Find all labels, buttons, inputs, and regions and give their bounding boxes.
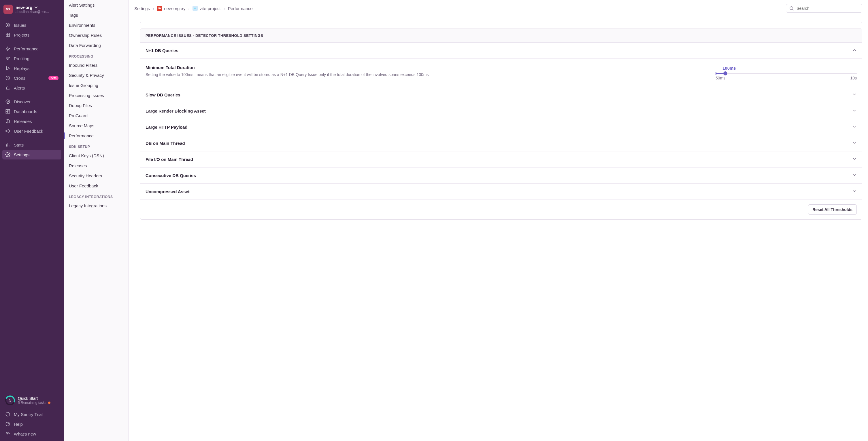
nav-alerts[interactable]: Alerts [2,83,61,93]
nav-releases[interactable]: Releases [2,116,61,126]
ss-data-forwarding[interactable]: Data Forwarding [64,40,128,50]
ss-environments[interactable]: Environments [64,20,128,30]
ss-processing-issues[interactable]: Processing Issues [64,90,128,100]
nav-label: Performance [14,46,39,51]
quick-start[interactable]: 5 Quick Start 5 Remaining tasks [2,394,61,409]
ss-debug-files[interactable]: Debug Files [64,100,128,110]
secondary-sidebar: Alert Settings Tags Environments Ownersh… [64,0,128,441]
ss-tags[interactable]: Tags [64,10,128,20]
nav-user-feedback[interactable]: User Feedback [2,126,61,136]
ss-releases[interactable]: Releases [64,161,128,171]
nav-settings[interactable]: Settings [2,150,61,160]
siren-icon [5,85,10,90]
detector-title: Uncompressed Asset [146,189,190,194]
nav-crons[interactable]: Crons beta [2,73,61,83]
nav-replays[interactable]: Replays [2,63,61,73]
detector-row-n1-db-queries[interactable]: N+1 DB Queries [141,43,862,59]
projects-icon [5,32,10,37]
ss-security-privacy[interactable]: Security & Privacy [64,70,128,80]
nav-label: Crons [14,76,25,80]
nav-label: Settings [14,152,29,157]
svg-rect-6 [6,57,9,58]
detector-row-consecutive-db-queries[interactable]: Consecutive DB Queries [141,168,862,184]
chevron-down-icon [852,108,857,114]
ss-proguard[interactable]: ProGuard [64,110,128,121]
svg-marker-12 [7,101,9,102]
megaphone-icon [5,128,10,134]
ss-legacy-integrations[interactable]: Legacy Integrations [64,201,128,211]
search-input[interactable] [797,6,859,11]
nav-discover[interactable]: Discover [2,97,61,106]
breadcrumb-settings[interactable]: Settings [134,6,150,11]
dashboard-icon [5,109,10,114]
detector-row-uncompressed-asset[interactable]: Uncompressed Asset [141,184,862,200]
detector-title: Consecutive DB Queries [146,173,196,178]
chevron-down-icon [852,124,857,130]
reset-all-thresholds-button[interactable]: Reset All Thresholds [808,204,857,215]
svg-rect-4 [8,35,9,37]
nav-issues[interactable]: Issues [2,20,61,30]
ss-ownership-rules[interactable]: Ownership Rules [64,30,128,40]
breadcrumb-project[interactable]: ⚛ vite-project [192,6,220,11]
nav-label: Stats [14,142,24,147]
svg-rect-14 [8,109,10,111]
detector-title: Large HTTP Payload [146,125,188,130]
org-avatar: NX [3,5,13,14]
breadcrumb-org[interactable]: NX new-org-xy [157,6,185,11]
nav-help[interactable]: Help [2,419,61,429]
nav-profiling[interactable]: Profiling [2,54,61,63]
nav-whats-new[interactable]: What's new [2,429,61,439]
slider-thumb[interactable] [723,71,727,75]
nav-performance[interactable]: Performance [2,44,61,54]
quick-start-subtitle: 5 Remaining tasks [18,401,51,405]
detector-row-file-io-on-main-thread[interactable]: File I/O on Main Thread [141,151,862,168]
detector-row-large-http-payload[interactable]: Large HTTP Payload [141,119,862,135]
play-icon [5,66,10,71]
search-icon [789,6,794,11]
nav-dashboards[interactable]: Dashboards [2,106,61,116]
duration-slider[interactable] [716,73,857,74]
nav-label: Releases [14,119,32,124]
ss-issue-grouping[interactable]: Issue Grouping [64,80,128,90]
topbar: Settings › NX new-org-xy › ⚛ vite-projec… [128,0,868,17]
nav-label: Help [14,422,23,427]
detector-row-db-on-main-thread[interactable]: DB on Main Thread [141,135,862,151]
nav-label: User Feedback [14,129,43,134]
primary-sidebar: NX new-org abdullah.khan@sen... Issues P… [0,0,64,441]
progress-ring: 5 [4,394,17,407]
chevron-down-icon [852,189,857,194]
chevron-down-icon [33,5,39,10]
status-dot-icon [48,402,51,404]
search-box[interactable] [786,4,862,13]
ss-user-feedback[interactable]: User Feedback [64,181,128,191]
svg-rect-7 [7,58,9,59]
slider-max-label: 10s [850,76,857,80]
nav-stats[interactable]: Stats [2,140,61,150]
ss-client-keys[interactable]: Client Keys (DSN) [64,150,128,161]
breadcrumb: Settings › NX new-org-xy › ⚛ vite-projec… [134,6,253,11]
gear-icon [5,152,10,157]
broadcast-icon [5,431,10,436]
chevron-down-icon [852,157,857,162]
ss-source-maps[interactable]: Source Maps [64,121,128,131]
ss-sdk-header: SDK Setup [64,141,128,150]
org-switcher[interactable]: NX new-org abdullah.khan@sen... [0,0,64,19]
detector-row-large-render-blocking-asset[interactable]: Large Render Blocking Asset [141,103,862,119]
detector-row-slow-db-queries[interactable]: Slow DB Queries [141,87,862,103]
nav-label: Profiling [14,56,29,61]
compass-icon [5,99,10,104]
package-icon [5,118,10,124]
nav-projects[interactable]: Projects [2,30,61,40]
ss-performance[interactable]: Performance [64,131,128,141]
chevron-down-icon [852,140,857,146]
panel-header: Performance Issues - Detector Threshold … [141,29,862,43]
svg-rect-15 [6,112,7,113]
ss-inbound-filters[interactable]: Inbound Filters [64,60,128,70]
nav-trial[interactable]: My Sentry Trial [2,409,61,419]
profiling-icon [5,56,10,61]
quick-start-title: Quick Start [18,396,51,401]
ss-security-headers[interactable]: Security Headers [64,171,128,181]
ss-alert-settings[interactable]: Alert Settings [64,0,128,10]
detector-title: N+1 DB Queries [146,48,178,53]
svg-point-24 [7,434,8,434]
